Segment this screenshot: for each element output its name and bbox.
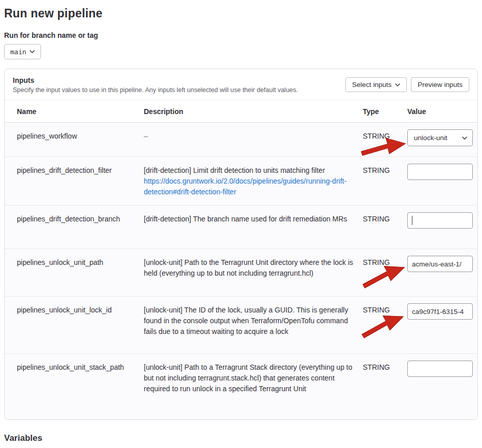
input-value-cell xyxy=(407,157,473,205)
input-description-text: [drift-detection] The branch name used f… xyxy=(144,215,347,223)
input-description: [drift-detection] The branch name used f… xyxy=(144,206,363,249)
branch-selected-value: main xyxy=(10,48,26,56)
input-type: STRING xyxy=(363,123,407,156)
input-description: – xyxy=(144,123,363,156)
input-description: [unlock-unit] The ID of the lock, usuall… xyxy=(144,297,363,353)
table-row: pipelines_unlock_unit_stack_path [unlock… xyxy=(5,354,477,419)
input-description-text: [unlock-unit] The ID of the lock, usuall… xyxy=(144,306,348,335)
input-type: STRING xyxy=(363,354,407,419)
table-row: pipelines_unlock_unit_lock_id [unlock-un… xyxy=(5,297,477,354)
input-value-cell: unlock-unit xyxy=(407,123,473,156)
input-name: pipelines_drift_detection_filter xyxy=(17,157,144,205)
input-value-cell xyxy=(407,297,473,353)
input-type: STRING xyxy=(363,249,407,296)
select-inputs-dropdown-button[interactable]: Select inputs xyxy=(345,77,407,92)
input-description-text: – xyxy=(144,132,148,140)
value-input[interactable] xyxy=(407,212,473,229)
input-type: STRING xyxy=(363,157,407,205)
branch-field-label: Run for branch name or tag xyxy=(4,31,478,39)
table-row: pipelines_unlock_unit_path [unlock-unit]… xyxy=(5,249,477,297)
input-name: pipelines_unlock_unit_lock_id xyxy=(17,297,144,353)
input-value-cell xyxy=(407,354,473,419)
value-input[interactable] xyxy=(407,303,473,320)
page-title: Run new pipeline xyxy=(4,7,478,20)
column-header-value: Value xyxy=(407,100,473,122)
chevron-down-icon xyxy=(30,50,35,53)
chevron-down-icon xyxy=(395,83,400,86)
input-description: [unlock-unit] Path to a Terragrunt Stack… xyxy=(144,354,363,419)
input-value-cell xyxy=(407,249,473,296)
select-inputs-label: Select inputs xyxy=(352,81,391,88)
value-input[interactable] xyxy=(407,361,473,377)
input-name: pipelines_unlock_unit_path xyxy=(17,249,144,296)
value-select[interactable]: unlock-unit xyxy=(407,129,473,146)
column-header-name: Name xyxy=(17,100,144,122)
column-header-type: Type xyxy=(363,100,407,122)
table-row: pipelines_workflow – STRING unlock-unit xyxy=(5,123,477,157)
chevron-down-icon xyxy=(462,137,467,140)
inputs-table-header: Name Description Type Value xyxy=(5,100,477,123)
column-header-description: Description xyxy=(144,100,363,122)
input-description-text: [unlock-unit] Path to the Terragrunt Uni… xyxy=(144,258,353,277)
branch-selector-dropdown[interactable]: main xyxy=(4,44,41,59)
preview-inputs-label: Preview inputs xyxy=(418,81,463,88)
table-row: pipelines_drift_detection_branch [drift-… xyxy=(5,206,477,249)
input-description: [drift-detection] Limit drift detection … xyxy=(144,157,363,205)
inputs-table-body: pipelines_workflow – STRING unlock-unit … xyxy=(5,123,477,419)
table-row: pipelines_drift_detection_filter [drift-… xyxy=(5,157,477,206)
inputs-card-title: Inputs xyxy=(13,76,298,84)
inputs-card-subtitle: Specify the input values to use in this … xyxy=(13,86,298,94)
variables-section-title: Variables xyxy=(4,433,478,443)
input-type: STRING xyxy=(363,297,407,353)
input-value-cell xyxy=(407,206,473,249)
input-type: STRING xyxy=(363,206,407,249)
inputs-card-header: Inputs Specify the input values to use i… xyxy=(5,69,477,100)
input-description: [unlock-unit] Path to the Terragrunt Uni… xyxy=(144,249,363,296)
input-description-link[interactable]: https://docs.gruntwork.io/2.0/docs/pipel… xyxy=(144,177,346,196)
input-description-text: [drift-detection] Limit drift detection … xyxy=(144,166,325,174)
input-name: pipelines_drift_detection_branch xyxy=(17,206,144,249)
value-input[interactable] xyxy=(407,256,473,272)
value-input[interactable] xyxy=(407,164,473,180)
input-name: pipelines_unlock_unit_stack_path xyxy=(17,354,144,419)
input-name: pipelines_workflow xyxy=(17,123,144,156)
input-description-text: [unlock-unit] Path to a Terragrunt Stack… xyxy=(144,363,353,393)
text-cursor xyxy=(412,216,412,225)
value-select-label: unlock-unit xyxy=(414,132,447,143)
inputs-card: Inputs Specify the input values to use i… xyxy=(4,69,478,420)
preview-inputs-button[interactable]: Preview inputs xyxy=(411,77,469,92)
